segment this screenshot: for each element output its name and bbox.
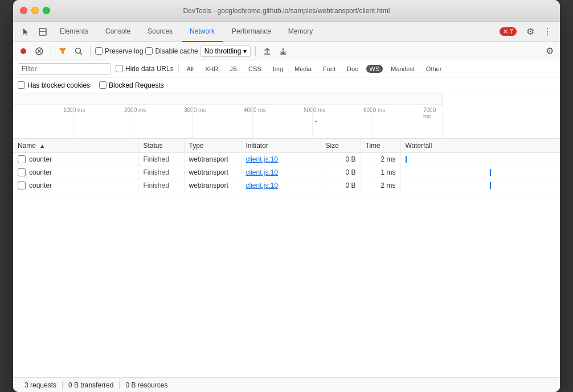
filter-divider <box>178 64 179 73</box>
cursor-icon[interactable] <box>18 24 34 40</box>
row-checkbox[interactable] <box>18 155 26 163</box>
th-initiator[interactable]: Initiator <box>241 139 321 153</box>
filter-chip-media[interactable]: Media <box>291 65 315 73</box>
filter-chip-manifest[interactable]: Manifest <box>387 65 418 73</box>
upload-download-btns <box>260 44 290 58</box>
th-type[interactable]: Type <box>184 139 241 153</box>
filter-chip-xhr[interactable]: XHR <box>202 65 222 73</box>
td-status: Finished <box>138 179 184 192</box>
network-settings-icon[interactable]: ⚙ <box>543 44 556 58</box>
clear-button[interactable] <box>32 44 46 58</box>
filter-chip-font[interactable]: Font <box>320 65 339 73</box>
filter-chip-css[interactable]: CSS <box>245 65 265 73</box>
network-toolbar: Preserve log Disable cache No throttling… <box>13 42 560 60</box>
has-blocked-cookies-input[interactable] <box>18 81 25 89</box>
more-options-icon[interactable]: ⋮ <box>539 24 555 40</box>
disable-cache-input[interactable] <box>145 47 153 55</box>
upload-icon[interactable] <box>260 44 274 58</box>
table-row[interactable]: counterFinishedwebtransportclient.js:100… <box>13 166 560 179</box>
td-waterfall <box>400 179 560 192</box>
blocked-requests-input[interactable] <box>99 81 107 89</box>
filter-chip-all[interactable]: All <box>183 65 197 73</box>
td-name: counter <box>13 179 138 192</box>
th-name[interactable]: Name ▲ <box>13 139 138 153</box>
filter-chip-img[interactable]: Img <box>269 65 286 73</box>
disable-cache-label: Disable cache <box>155 47 198 55</box>
blocked-requests-checkbox[interactable]: Blocked Requests <box>99 81 164 89</box>
resources-size: 0 B resources <box>120 381 173 389</box>
filter-chip-js[interactable]: JS <box>226 65 240 73</box>
th-waterfall[interactable]: Waterfall <box>400 139 560 153</box>
filter-input[interactable] <box>18 63 111 75</box>
table-row[interactable]: counterFinishedwebtransportclient.js:100… <box>13 153 560 166</box>
close-button[interactable] <box>20 7 27 14</box>
td-name: counter <box>13 153 138 166</box>
search-icon[interactable] <box>72 44 85 58</box>
filter-chip-doc[interactable]: Doc <box>343 65 362 73</box>
has-blocked-cookies-checkbox[interactable]: Has blocked cookies <box>18 81 90 89</box>
tab-elements[interactable]: Elements <box>52 22 96 42</box>
filter-icon[interactable] <box>56 44 69 58</box>
record-button[interactable] <box>17 44 30 58</box>
has-blocked-cookies-label: Has blocked cookies <box>27 81 90 89</box>
title-bar: DevTools - googlechrome.github.io/sample… <box>13 0 560 22</box>
status-bar: 3 requests 0 B transferred 0 B resources <box>13 377 560 392</box>
tab-console[interactable]: Console <box>97 22 138 42</box>
td-initiator[interactable]: client.js:10 <box>241 179 321 192</box>
td-status: Finished <box>138 153 184 166</box>
filter-chip-other[interactable]: Other <box>423 65 445 73</box>
toolbar-divider-3 <box>255 46 256 56</box>
initiator-link[interactable]: client.js:10 <box>246 155 279 163</box>
disable-cache-checkbox[interactable]: Disable cache <box>145 47 198 55</box>
hide-data-urls-input[interactable] <box>116 65 123 72</box>
tick-2000: 2000 ms <box>124 107 146 113</box>
transferred-size: 0 B transferred <box>63 381 119 389</box>
tick-5000: 5000 ms <box>304 107 325 113</box>
td-initiator[interactable]: client.js:10 <box>241 166 321 179</box>
td-type: webtransport <box>184 153 241 166</box>
td-type: webtransport <box>184 166 241 179</box>
row-checkbox[interactable] <box>18 168 26 176</box>
throttle-value: No throttling <box>204 47 242 55</box>
filter-bar: Hide data URLs All XHR JS CSS Img Media … <box>13 60 560 77</box>
maximize-button[interactable] <box>43 7 50 14</box>
td-initiator[interactable]: client.js:10 <box>241 153 321 166</box>
row-checkbox[interactable] <box>18 181 26 189</box>
filter-chip-ws[interactable]: WS <box>366 65 383 73</box>
download-icon[interactable] <box>276 44 290 58</box>
window-title: DevTools - googlechrome.github.io/sample… <box>183 7 390 15</box>
tab-network[interactable]: Network <box>182 22 223 42</box>
timeline-area: 1000 ms 2000 ms 3000 ms 4000 ms 5000 ms … <box>13 93 560 139</box>
preserve-log-input[interactable] <box>95 47 103 55</box>
td-waterfall <box>400 166 560 179</box>
requests-count: 3 requests <box>19 381 62 389</box>
error-badge[interactable]: ✕ 7 <box>500 27 517 36</box>
waterfall-tick <box>490 182 491 189</box>
initiator-link[interactable]: client.js:10 <box>246 168 279 176</box>
waterfall-bar <box>406 182 508 189</box>
tab-performance[interactable]: Performance <box>224 22 279 42</box>
preserve-log-checkbox[interactable]: Preserve log <box>95 47 143 55</box>
td-waterfall <box>400 153 560 166</box>
blocked-bar: Has blocked cookies Blocked Requests <box>13 77 560 93</box>
tick-6000: 6000 ms <box>363 107 385 113</box>
dock-icon[interactable] <box>35 24 51 40</box>
table-row[interactable]: counterFinishedwebtransportclient.js:100… <box>13 179 560 192</box>
svg-point-6 <box>76 48 81 53</box>
network-table-container[interactable]: Name ▲ Status Type Initiator Size Time W… <box>13 139 560 377</box>
tab-sources[interactable]: Sources <box>140 22 181 42</box>
tabs-bar: Elements Console Sources Network Perform… <box>13 22 560 42</box>
initiator-link[interactable]: client.js:10 <box>246 181 279 189</box>
tick-4000: 4000 ms <box>244 107 265 113</box>
th-time[interactable]: Time <box>361 139 400 153</box>
td-status: Finished <box>138 166 184 179</box>
hide-data-urls-checkbox[interactable]: Hide data URLs <box>116 65 174 73</box>
minimize-button[interactable] <box>31 7 39 14</box>
table-header-row: Name ▲ Status Type Initiator Size Time W… <box>13 139 560 153</box>
th-status[interactable]: Status <box>138 139 184 153</box>
tab-memory[interactable]: Memory <box>280 22 321 42</box>
throttle-select[interactable]: No throttling ▾ <box>200 46 251 57</box>
hide-data-urls-label: Hide data URLs <box>125 65 174 73</box>
th-size[interactable]: Size <box>321 139 361 153</box>
settings-icon[interactable]: ⚙ <box>522 24 538 40</box>
